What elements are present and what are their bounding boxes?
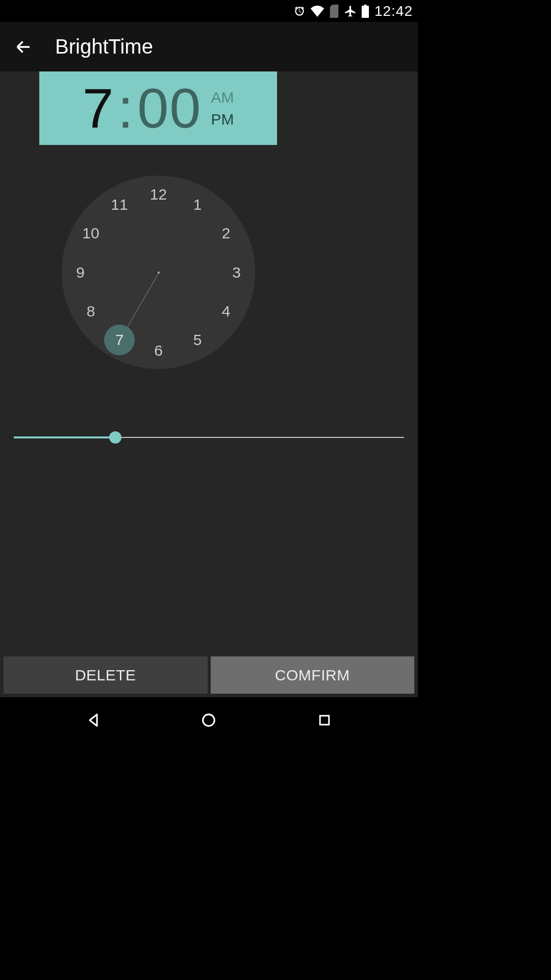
clock-hour-9[interactable]: 9 — [69, 261, 92, 284]
page-title: BrightTime — [55, 35, 153, 58]
digital-time-panel: 7 : 00 AM PM — [39, 71, 277, 145]
wifi-icon — [310, 6, 324, 17]
minute-display[interactable]: 00 — [137, 80, 202, 136]
clock-hour-3[interactable]: 3 — [225, 261, 248, 284]
clock-face: 121234567891011 — [62, 176, 255, 369]
app-bar: BrightTime — [0, 22, 418, 71]
svg-rect-2 — [320, 716, 329, 725]
alarm-icon — [293, 5, 306, 18]
battery-icon — [361, 5, 369, 18]
svg-point-1 — [203, 715, 215, 726]
nav-recent-button[interactable] — [312, 708, 337, 732]
clock-hour-10[interactable]: 10 — [79, 222, 103, 245]
nav-back-button[interactable] — [81, 708, 106, 732]
clock-hour-11[interactable]: 11 — [108, 193, 131, 216]
status-time: 12:42 — [373, 3, 413, 19]
back-button[interactable] — [12, 36, 35, 58]
status-bar: 12:42 — [0, 0, 418, 22]
clock-hour-8[interactable]: 8 — [79, 300, 103, 323]
content-area: 7 : 00 AM PM 121234567891011 DELETE COMF… — [0, 71, 418, 697]
confirm-button[interactable]: COMFIRM — [211, 656, 415, 694]
clock-hour-7[interactable]: 7 — [104, 325, 135, 355]
clock-hour-5[interactable]: 5 — [186, 328, 209, 352]
clock-hour-1[interactable]: 1 — [186, 193, 209, 216]
delete-button[interactable]: DELETE — [4, 656, 208, 694]
time-colon: : — [114, 80, 138, 136]
nav-home-button[interactable] — [196, 708, 221, 732]
android-nav-bar — [0, 697, 418, 743]
clock-center — [158, 272, 160, 274]
clock-hour-6[interactable]: 6 — [147, 339, 170, 362]
slider-thumb[interactable] — [109, 431, 121, 444]
slider-track-active — [14, 436, 115, 438]
clock-hour-4[interactable]: 4 — [214, 300, 238, 323]
pm-toggle[interactable]: PM — [211, 108, 234, 131]
am-toggle[interactable]: AM — [211, 86, 234, 109]
no-sim-icon — [329, 5, 340, 18]
hour-display[interactable]: 7 — [82, 80, 113, 136]
brightness-slider[interactable] — [14, 432, 404, 443]
clock-hour-12[interactable]: 12 — [147, 183, 170, 206]
airplane-icon — [344, 5, 357, 18]
button-row: DELETE COMFIRM — [4, 656, 414, 694]
clock-hour-2[interactable]: 2 — [214, 222, 238, 245]
analog-clock[interactable]: 121234567891011 — [62, 176, 255, 369]
